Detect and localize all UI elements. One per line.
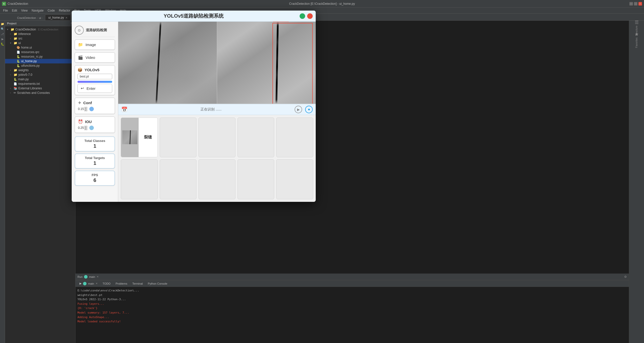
terminal-content[interactable]: E:\code\conda\envs\CrackDetection\... we… [75, 287, 629, 343]
iou-dot [89, 126, 94, 130]
tree-external-libraries[interactable]: › 📚 External Libraries [5, 86, 75, 91]
result-thumb-0 [121, 118, 139, 157]
run-status-close[interactable]: ✕ [96, 282, 98, 285]
right-favorites-icon[interactable]: ★ Favorites [632, 35, 642, 45]
enter-label: Enter [87, 86, 96, 91]
tree-root[interactable]: ▾ 📁 CrackDetection E:\CrackDetection [5, 27, 75, 32]
tree-requirements[interactable]: 📄 requirements.txt [5, 82, 75, 86]
sidebar-project-icon[interactable]: 📁 [0, 22, 5, 26]
fps-value: 6 [78, 177, 111, 183]
stop-button[interactable]: ■ [305, 106, 313, 113]
editor-area[interactable]: YOLOv5道路缺陷检测系统 ⊙ 道路缺陷检测 [75, 21, 629, 274]
right-structure-icon[interactable]: ☰ Structure [632, 23, 642, 33]
video-button[interactable]: 🎬 Video [75, 52, 115, 63]
src-folder-icon: 📁 [14, 37, 17, 40]
stat-total-targets: Total Targets 1 [75, 154, 115, 169]
run-tab-close-icon[interactable]: ✕ [97, 275, 99, 278]
yolo-title: YOLOv5 [85, 68, 99, 72]
root-folder-icon: 📁 [11, 28, 14, 31]
tab-close-icon[interactable]: ✕ [65, 16, 67, 19]
original-image [118, 22, 217, 104]
tab-todo[interactable]: TODO [101, 280, 113, 287]
run-status-icon [83, 282, 87, 285]
window-controls: — □ ✕ [629, 2, 642, 6]
menu-file[interactable]: File [1, 8, 10, 13]
ui-home-py-icon: 🐍 [17, 60, 20, 63]
tab-python-console[interactable]: Python Console [146, 280, 169, 287]
iou-spin-up[interactable]: ▴ [84, 126, 87, 128]
tab-problems[interactable]: Problems [113, 280, 129, 287]
menu-code[interactable]: Code [46, 8, 57, 13]
ext-lib-icon: 📚 [14, 87, 17, 90]
minimize-button[interactable]: — [629, 2, 633, 6]
sidebar-icons: 📁 🔍 ⎇ ▶ 🐛 [0, 21, 5, 343]
terminal-line-2: YOLOv5 2022-11-22 Python-3... [77, 297, 627, 302]
iou-section: ⏰ IOU 0.25 ▴ ▾ [75, 117, 115, 133]
conf-spin-down[interactable]: ▾ [84, 109, 87, 111]
menu-navigate[interactable]: Navigate [30, 8, 46, 13]
breadcrumb-sep2: › [42, 16, 43, 19]
run-toolbar: Run main ✕ ⚙ [75, 274, 629, 280]
sidebar-run-icon[interactable]: ▶ [0, 37, 5, 41]
tree-main-py[interactable]: 🐍 main.py [5, 77, 75, 82]
image-button[interactable]: 📁 Image [75, 40, 115, 50]
main-display: crack 0.82 📅 正在识别 ...... ▶ ■ [118, 22, 316, 202]
enter-button[interactable]: ↩ Enter [77, 84, 112, 93]
play-button[interactable]: ▶ [295, 106, 302, 113]
sidebar-debug-icon[interactable]: 🐛 [0, 42, 5, 46]
scratch-label: Scratches and Consoles [17, 91, 50, 95]
stat-total-classes: Total Classes 1 [75, 136, 115, 151]
terminal-line-1: weights\best.pt [77, 293, 627, 297]
favorites-label: Favorites [635, 37, 638, 48]
tree-ui-folder[interactable]: ▾ 📁 ui [5, 41, 75, 45]
tree-home-ui[interactable]: 🎨 home.ui [5, 45, 75, 50]
terminal-line-5: {0: 'crack'} [77, 306, 627, 311]
conf-controls: 0.15 ▴ ▾ [78, 107, 112, 111]
root-path: E:\CrackDetection [38, 28, 58, 31]
tree-scratch[interactable]: › ✏ Scratches and Consoles [5, 91, 75, 95]
breadcrumb-sep1: › [37, 16, 38, 19]
app-body: ⊙ 道路缺陷检测 📁 Image 🎬 Video [75, 22, 316, 202]
tree-inference[interactable]: › 📁 inference [5, 32, 75, 36]
sidebar-search-icon[interactable]: 🔍 [0, 27, 5, 31]
iou-spin-down[interactable]: ▾ [84, 128, 87, 130]
total-classes-label: Total Classes [78, 139, 111, 143]
sidebar-vcs-icon[interactable]: ⎇ [0, 32, 5, 36]
tree-yolov5[interactable]: › 📁 yolov5-7.0 [5, 72, 75, 77]
conf-dot [89, 107, 94, 111]
left-image-panel [118, 22, 217, 104]
breadcrumb-root[interactable]: CrackDetection [17, 16, 36, 19]
structure-label: Structure [635, 26, 638, 36]
tree-weights[interactable]: › 📁 weights [5, 68, 75, 72]
iou-controls: 0.25 ▴ ▾ [78, 126, 112, 130]
run-gear-icon[interactable]: ⚙ [624, 275, 627, 279]
main-py-label: main.py [18, 78, 29, 81]
conf-section: ✈ Conf 0.15 ▴ ▾ [75, 98, 115, 114]
ui-home-py-label: ui_home.py [21, 59, 37, 63]
active-tab[interactable]: ui_home.py ✕ [45, 15, 71, 20]
tree-ui-home-py[interactable]: 🐍 ui_home.py [5, 59, 75, 63]
tree-resources-rc-py[interactable]: 🐍 resources_rc.py [5, 54, 75, 59]
menu-edit[interactable]: Edit [10, 8, 19, 13]
maximize-button[interactable]: □ [634, 2, 637, 6]
close-button[interactable]: ✕ [638, 2, 642, 6]
breadcrumb-ui[interactable]: ui [39, 16, 41, 19]
menu-view[interactable]: View [19, 8, 30, 13]
yolov5-folder-icon: 📁 [14, 73, 17, 77]
iou-spinners[interactable]: ▴ ▾ [84, 126, 87, 130]
tree-resources-qrc[interactable]: 📄 resources.qrc [5, 50, 75, 54]
menu-refactor[interactable]: Refactor [57, 8, 72, 13]
model-select[interactable]: best.pt [77, 74, 112, 79]
enter-icon: ↩ [81, 86, 84, 91]
result-card-8 [237, 159, 274, 199]
tree-uifunctions-py[interactable]: 🐍 uifunctions.py [5, 63, 75, 68]
tree-src[interactable]: › 📁 src [5, 36, 75, 41]
tab-terminal[interactable]: Terminal [130, 280, 145, 287]
iou-icon: ⏰ [78, 119, 83, 124]
result-card-3 [237, 118, 274, 158]
terminal-line-6: Model summary: 157 layers, 7... [77, 311, 627, 315]
conf-spin-up[interactable]: ▴ [84, 107, 87, 109]
conf-spinners[interactable]: ▴ ▾ [84, 107, 87, 111]
result-card-0[interactable]: 裂缝 [121, 118, 158, 158]
app-status-bar: 📅 正在识别 ...... ▶ ■ [118, 104, 316, 115]
